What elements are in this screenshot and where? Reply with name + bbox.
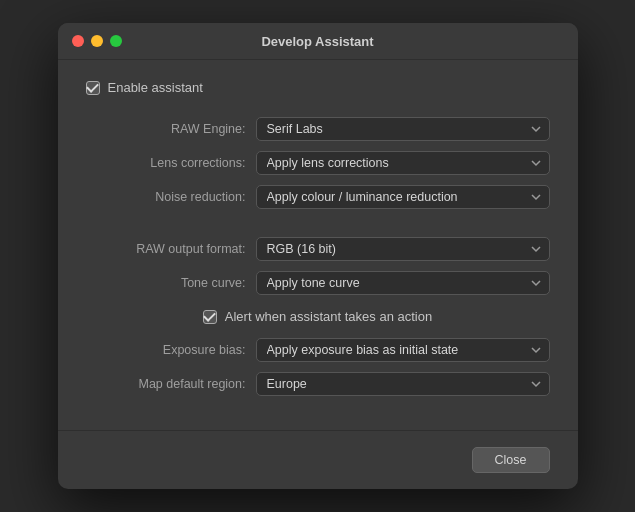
- titlebar: Develop Assistant: [58, 23, 578, 60]
- maximize-traffic-light[interactable]: [110, 35, 122, 47]
- exposure-bias-label: Exposure bias:: [86, 343, 246, 357]
- traffic-lights: [72, 35, 122, 47]
- close-traffic-light[interactable]: [72, 35, 84, 47]
- map-default-region-label: Map default region:: [86, 377, 246, 391]
- content-area: Enable assistant RAW Engine: Serif Labs …: [58, 60, 578, 420]
- close-button[interactable]: Close: [472, 447, 550, 473]
- alert-row: Alert when assistant takes an action: [86, 309, 550, 324]
- lens-corrections-label: Lens corrections:: [86, 156, 246, 170]
- raw-output-format-label: RAW output format:: [86, 242, 246, 256]
- raw-engine-label: RAW Engine:: [86, 122, 246, 136]
- lens-corrections-select[interactable]: Apply lens corrections Do not apply lens…: [256, 151, 550, 175]
- raw-engine-select[interactable]: Serif Labs Other Engine: [256, 117, 550, 141]
- tone-curve-label: Tone curve:: [86, 276, 246, 290]
- spacer-1: [86, 219, 550, 227]
- develop-assistant-window: Develop Assistant Enable assistant RAW E…: [58, 23, 578, 489]
- alert-action-checkbox[interactable]: [203, 310, 217, 324]
- footer: Close: [58, 430, 578, 489]
- tone-curve-select[interactable]: Apply tone curve Do not apply tone curve: [256, 271, 550, 295]
- noise-reduction-label: Noise reduction:: [86, 190, 246, 204]
- map-default-region-select[interactable]: Europe North America Asia Australia: [256, 372, 550, 396]
- exposure-bias-select[interactable]: Apply exposure bias as initial state Do …: [256, 338, 550, 362]
- minimize-traffic-light[interactable]: [91, 35, 103, 47]
- enable-assistant-row: Enable assistant: [86, 80, 550, 95]
- enable-assistant-label: Enable assistant: [108, 80, 203, 95]
- noise-reduction-select[interactable]: Apply colour / luminance reduction Apply…: [256, 185, 550, 209]
- raw-output-format-select[interactable]: RGB (16 bit) RGB (8 bit) LAB (16 bit): [256, 237, 550, 261]
- settings-form: RAW Engine: Serif Labs Other Engine Lens…: [86, 117, 550, 396]
- alert-action-label: Alert when assistant takes an action: [225, 309, 432, 324]
- enable-assistant-checkbox[interactable]: [86, 81, 100, 95]
- window-title: Develop Assistant: [261, 34, 373, 49]
